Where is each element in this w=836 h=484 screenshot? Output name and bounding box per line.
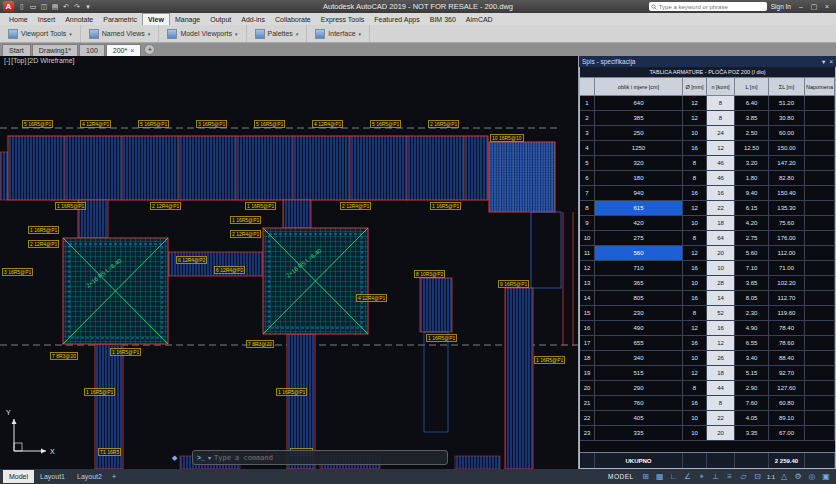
file-tab-100[interactable]: 100	[79, 44, 105, 56]
ribbon-tab-bim-360[interactable]: BIM 360	[425, 13, 461, 25]
transparency-icon[interactable]: ▱	[737, 470, 751, 483]
ribbon-panel-model-viewports[interactable]: Model Viewports▾	[159, 25, 246, 42]
cell-dia: 8	[683, 306, 707, 321]
command-dropdown-icon[interactable]: ▾	[208, 454, 211, 461]
annotation-visibility-icon[interactable]: △	[777, 470, 791, 483]
ribbon-panel-named-views[interactable]: Named Views▾	[81, 25, 160, 42]
cell-dia: 10	[683, 426, 707, 441]
footer-cell	[683, 453, 707, 468]
panel-label: Named Views	[102, 30, 145, 37]
cell-total: 135.30	[769, 201, 805, 216]
file-tab-200[interactable]: 200*×	[106, 44, 142, 56]
model-space-label[interactable]: MODEL	[608, 473, 634, 480]
redo-icon[interactable]: ↷	[72, 3, 82, 11]
ribbon-tab-insert[interactable]: Insert	[33, 13, 61, 25]
cell-pos: 17	[580, 336, 595, 351]
clean-screen-icon[interactable]: ▣	[819, 470, 833, 483]
layout-tab-layout1[interactable]: Layout1	[34, 470, 71, 483]
search-input[interactable]	[659, 4, 765, 10]
cell-note	[805, 306, 835, 321]
drawing-area[interactable]: [-] [Top] [2D Wireframe]	[0, 56, 578, 469]
snap-mode-icon[interactable]: ▦	[653, 470, 667, 483]
minimize-button[interactable]: –	[795, 1, 807, 12]
ribbon-tab-view[interactable]: View	[142, 13, 170, 25]
cell-dia: 12	[683, 321, 707, 336]
command-tools[interactable]: ◆	[172, 454, 177, 462]
layout-tab-model[interactable]: Model	[3, 470, 34, 483]
viewport-menu-control[interactable]: [-]	[4, 57, 10, 64]
panel-title-bar[interactable]: Spis - specifikacija ▾ ×	[579, 56, 836, 67]
cell-length: 8.05	[735, 291, 769, 306]
save-icon[interactable]: ◫	[39, 3, 49, 11]
ribbon-tab-express-tools[interactable]: Express Tools	[316, 13, 369, 25]
undo-icon[interactable]: ↶	[61, 3, 71, 11]
ribbon-panel-interface[interactable]: Interface▾	[307, 25, 370, 42]
panel-dropdown-icon[interactable]: ▾	[822, 58, 825, 66]
ortho-icon[interactable]: ∟	[667, 470, 681, 483]
cell-pos: 4	[580, 141, 595, 156]
layout-tab-layout2[interactable]: Layout2	[71, 470, 108, 483]
selection-cycling-icon[interactable]: ⊡	[751, 470, 765, 483]
cell-shape: 405	[595, 411, 683, 426]
qat-dropdown-icon[interactable]: ▾	[83, 3, 93, 11]
cell-shape: 290	[595, 381, 683, 396]
cell-shape: 760	[595, 396, 683, 411]
ribbon-tab-aimcad[interactable]: AimCAD	[461, 13, 498, 25]
new-layout-button[interactable]: +	[108, 473, 120, 480]
new-file-icon[interactable]: ▯	[17, 3, 27, 11]
command-line[interactable]: >_ ▾	[192, 450, 448, 465]
plot-icon[interactable]: ▤	[50, 3, 60, 11]
panel-label: Interface	[328, 30, 355, 37]
ribbon-panel-palettes[interactable]: Palettes▾	[247, 25, 308, 42]
ribbon-tab-parametric[interactable]: Parametric	[98, 13, 142, 25]
cell-pos: 12	[580, 261, 595, 276]
grid-icon[interactable]: ⊞	[639, 470, 653, 483]
ribbon-tab-featured-apps[interactable]: Featured Apps	[369, 13, 425, 25]
ribbon-panel-viewport-tools[interactable]: Viewport Tools▾	[0, 25, 81, 42]
autocad-logo[interactable]: A	[3, 1, 14, 12]
cell-note	[805, 141, 835, 156]
sign-in-button[interactable]: Sign In	[771, 3, 791, 10]
table-row: 61808461.8082.80	[580, 171, 835, 186]
view-control[interactable]: [Top]	[11, 57, 26, 64]
polar-tracking-icon[interactable]: ∠	[681, 470, 695, 483]
ribbon-tab-collaborate[interactable]: Collaborate	[270, 13, 316, 25]
panel-close-icon[interactable]: ×	[829, 58, 833, 65]
annotation-scale-label[interactable]: 1:1	[765, 470, 777, 483]
osnap-icon[interactable]: ⌖	[695, 470, 709, 483]
isolate-objects-icon[interactable]: ◎	[805, 470, 819, 483]
restore-button[interactable]: ▢	[808, 1, 820, 12]
ribbon-tab-home[interactable]: Home	[4, 13, 33, 25]
cell-total: 92.70	[769, 366, 805, 381]
object-snap-tracking-icon[interactable]: ⊥	[709, 470, 723, 483]
close-icon[interactable]: ×	[130, 47, 134, 54]
command-input[interactable]	[214, 454, 443, 462]
file-tab-drawing1[interactable]: Drawing1*	[32, 44, 78, 56]
cell-shape: 180	[595, 171, 683, 186]
workspace-gear-icon[interactable]: ⚙	[791, 470, 805, 483]
new-drawing-tab-button[interactable]: +	[144, 44, 155, 55]
cell-shape: 560	[595, 246, 683, 261]
ribbon-tab-manage[interactable]: Manage	[170, 13, 205, 25]
help-search-box[interactable]	[649, 2, 767, 11]
cell-length: 4.20	[735, 216, 769, 231]
table-row: 23851283.8530.80	[580, 111, 835, 126]
file-tab-start[interactable]: Start	[2, 44, 31, 56]
cell-note	[805, 276, 835, 291]
open-file-icon[interactable]: ▭	[28, 3, 38, 11]
titlebar-right-cluster: Sign In – ▢ ×	[649, 1, 833, 12]
ribbon-tab-output[interactable]: Output	[205, 13, 236, 25]
visual-style-control[interactable]: [2D Wireframe]	[27, 57, 74, 64]
ribbon-tab-annotate[interactable]: Annotate	[60, 13, 98, 25]
lineweight-icon[interactable]: ≡	[723, 470, 737, 483]
ribbon-tab-add-ins[interactable]: Add-ins	[236, 13, 270, 25]
cell-total: 78.40	[769, 321, 805, 336]
cell-length: 2.75	[735, 231, 769, 246]
close-button[interactable]: ×	[821, 1, 833, 12]
customize-icon[interactable]: ◆	[172, 454, 177, 461]
cell-note	[805, 336, 835, 351]
cell-count: 26	[707, 351, 735, 366]
cell-note	[805, 216, 835, 231]
cell-count: 8	[707, 111, 735, 126]
title-bar[interactable]: A ▯▭◫▤↶↷▾ Autodesk AutoCAD 2019 - NOT FO…	[0, 0, 836, 13]
